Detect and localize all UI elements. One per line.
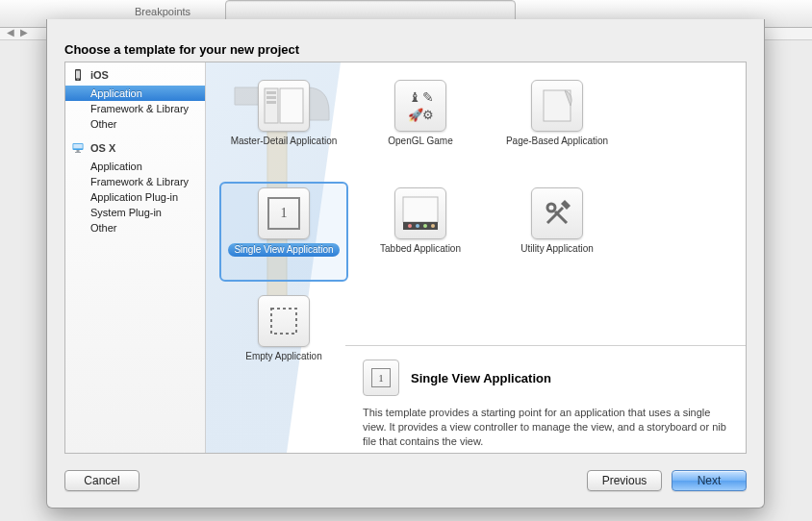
tabbed-icon xyxy=(394,187,446,239)
svg-rect-25 xyxy=(271,309,296,334)
template-utility[interactable]: Utility Application xyxy=(493,182,622,282)
sidebar-section-ios: iOS xyxy=(65,64,205,86)
template-label: Master-Detail Application xyxy=(221,136,346,147)
description-title: Single View Application xyxy=(411,371,551,385)
number-one-icon: 1 xyxy=(267,197,300,230)
svg-point-22 xyxy=(423,224,427,228)
svg-rect-4 xyxy=(73,144,82,149)
svg-rect-1 xyxy=(76,71,80,79)
template-label: Tabbed Application xyxy=(358,243,483,255)
template-label: Empty Application xyxy=(221,351,346,362)
nav-forward-icon[interactable]: ▶ xyxy=(17,28,31,37)
sheet-heading: Choose a template for your new project xyxy=(64,42,299,57)
svg-text:✎: ✎ xyxy=(422,89,434,105)
sidebar-section-osx: OS X xyxy=(65,137,205,159)
sidebar-item-osx-application[interactable]: Application xyxy=(65,159,205,174)
svg-rect-6 xyxy=(75,152,81,153)
iphone-icon xyxy=(71,68,85,82)
svg-point-24 xyxy=(547,204,555,211)
opengl-icon: ♝✎🚀⚙ xyxy=(394,80,446,132)
sidebar-item-ios-other[interactable]: Other xyxy=(65,116,205,132)
template-label: Utility Application xyxy=(495,243,620,255)
sidebar-item-osx-other[interactable]: Other xyxy=(65,220,205,236)
template-label: Page-Based Application xyxy=(495,136,620,147)
svg-point-23 xyxy=(431,224,435,228)
template-empty[interactable]: Empty Application xyxy=(219,289,348,389)
sidebar-item-osx-framework[interactable]: Framework & Library xyxy=(65,174,205,189)
sheet-button-row: Cancel Previous Next xyxy=(64,467,747,494)
template-label: Single View Application xyxy=(228,243,339,257)
new-project-sheet: Choose a template for your new project i… xyxy=(46,19,765,509)
template-grid-area: Master-Detail Application ♝✎🚀⚙ OpenGL Ga… xyxy=(206,62,746,453)
sidebar-section-label: OS X xyxy=(90,142,115,154)
template-sidebar: iOS Application Framework & Library Othe… xyxy=(65,62,206,453)
sidebar-item-osx-app-plugin[interactable]: Application Plug-in xyxy=(65,189,205,205)
template-panel: iOS Application Framework & Library Othe… xyxy=(64,62,747,454)
template-single-view[interactable]: 1 Single View Application xyxy=(219,182,348,282)
svg-rect-9 xyxy=(266,91,276,94)
template-opengl[interactable]: ♝✎🚀⚙ OpenGL Game xyxy=(356,74,485,174)
number-one-icon: 1 xyxy=(371,368,391,387)
template-master-detail[interactable]: Master-Detail Application xyxy=(219,74,348,174)
svg-rect-5 xyxy=(77,150,80,152)
svg-point-21 xyxy=(416,224,419,228)
cancel-button[interactable]: Cancel xyxy=(64,470,140,491)
template-tabbed[interactable]: Tabbed Application xyxy=(356,182,485,282)
nav-back-icon[interactable]: ◀ xyxy=(4,28,17,37)
svg-rect-18 xyxy=(403,197,438,222)
toolbar-tab-breakpoints[interactable]: Breakpoints xyxy=(135,6,190,17)
svg-point-2 xyxy=(77,79,78,80)
description-text: This template provides a starting point … xyxy=(363,406,728,449)
template-description: 1 Single View Application This template … xyxy=(345,345,746,453)
single-view-icon: 1 xyxy=(258,187,310,239)
sidebar-item-ios-framework[interactable]: Framework & Library xyxy=(65,101,205,116)
empty-icon xyxy=(258,295,310,347)
svg-rect-10 xyxy=(266,96,276,99)
utility-icon xyxy=(531,187,583,239)
svg-rect-12 xyxy=(280,88,303,123)
svg-text:♝: ♝ xyxy=(409,89,421,105)
previous-button[interactable]: Previous xyxy=(587,470,662,491)
template-label: OpenGL Game xyxy=(358,136,483,147)
sidebar-section-label: iOS xyxy=(90,69,109,81)
svg-point-20 xyxy=(408,224,412,228)
master-detail-icon xyxy=(258,80,310,132)
sidebar-item-osx-system-plugin[interactable]: System Plug-in xyxy=(65,205,205,220)
imac-icon xyxy=(71,141,85,155)
svg-rect-11 xyxy=(266,101,276,104)
description-icon: 1 xyxy=(363,360,399,396)
svg-text:⚙: ⚙ xyxy=(422,108,434,122)
sidebar-item-ios-application[interactable]: Application xyxy=(65,86,205,101)
page-based-icon xyxy=(531,80,583,132)
template-page-based[interactable]: Page-Based Application xyxy=(493,74,622,174)
next-button[interactable]: Next xyxy=(672,470,747,491)
